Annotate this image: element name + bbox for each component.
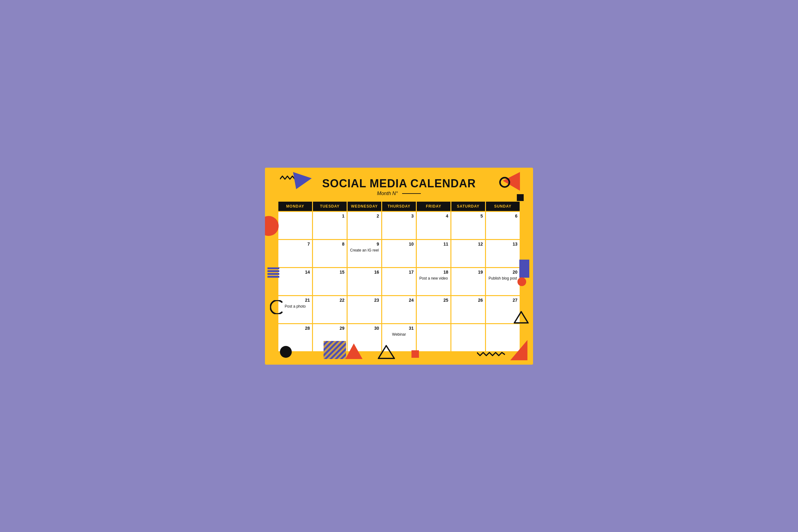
calendar-subtitle: Month N° [278, 191, 520, 196]
calendar-header-row: MONDAY TUESDAY WEDNESDAY THURSDAY FRIDAY… [278, 201, 520, 211]
calendar-cell[interactable]: 4 [416, 211, 451, 239]
calendar-cell[interactable]: 18Post a new video [416, 267, 451, 296]
day-number: 4 [419, 213, 448, 218]
col-wednesday: WEDNESDAY [347, 201, 382, 211]
col-thursday: THURSDAY [382, 201, 416, 211]
day-number: 8 [315, 242, 344, 247]
day-number: 16 [350, 270, 379, 274]
calendar-cell[interactable]: 29 [313, 323, 347, 352]
day-number: 15 [315, 270, 344, 274]
calendar-cell[interactable]: 13 [486, 239, 520, 267]
calendar-cell[interactable]: 28 [278, 323, 313, 352]
day-number: 2 [350, 213, 379, 218]
calendar-cell[interactable]: 8 [313, 239, 347, 267]
col-tuesday: TUESDAY [313, 201, 347, 211]
calendar-cell[interactable] [416, 323, 451, 352]
calendar-cell[interactable]: 20Publish blog post [486, 267, 520, 296]
calendar-week-row: 123456 [278, 211, 520, 239]
calendar-cell[interactable]: 31Webinar [382, 323, 416, 352]
day-number: 7 [281, 242, 310, 247]
calendar-cell[interactable]: 11 [416, 239, 451, 267]
calendar-cell[interactable]: 7 [278, 239, 313, 267]
day-number: 1 [315, 213, 344, 218]
day-number: 23 [350, 298, 379, 303]
day-number: 11 [419, 242, 448, 247]
calendar-cell[interactable]: 22 [313, 296, 347, 323]
day-number: 26 [454, 298, 483, 303]
subtitle-line [402, 193, 421, 194]
day-number: 27 [488, 298, 517, 303]
svg-point-4 [265, 216, 279, 236]
calendar-cell[interactable] [486, 323, 520, 352]
day-number: 31 [384, 326, 414, 331]
calendar-week-row: 789Create an IG reel10111213 [278, 239, 520, 267]
day-number: 21 [281, 298, 310, 303]
day-number: 30 [350, 326, 379, 331]
calendar-cell[interactable]: 1 [313, 211, 347, 239]
calendar-cell[interactable]: 26 [451, 296, 486, 323]
calendar-title: SOCIAL MEDIA CALENDAR [278, 177, 520, 190]
calendar-week-row: 28293031Webinar [278, 323, 520, 352]
day-number: 12 [454, 242, 483, 247]
calendar-cell[interactable]: 16 [347, 267, 382, 296]
day-number: 22 [315, 298, 344, 303]
calendar-subtitle-text: Month N° [377, 191, 398, 196]
calendar-cell[interactable]: 6 [486, 211, 520, 239]
calendar-grid: MONDAY TUESDAY WEDNESDAY THURSDAY FRIDAY… [278, 201, 520, 352]
calendar-cell[interactable]: 23 [347, 296, 382, 323]
day-number: 6 [488, 213, 517, 218]
day-number: 9 [350, 242, 379, 247]
col-sunday: SUNDAY [486, 201, 520, 211]
day-event: Create an IG reel [350, 248, 379, 253]
day-number: 29 [315, 326, 344, 331]
svg-rect-9 [519, 260, 529, 278]
calendar-cell[interactable]: 12 [451, 239, 486, 267]
day-event: Publish blog post [488, 276, 517, 281]
day-number: 17 [384, 270, 414, 274]
calendar-cell[interactable]: 15 [313, 267, 347, 296]
calendar-cell[interactable]: 10 [382, 239, 416, 267]
calendar-cell[interactable]: 24 [382, 296, 416, 323]
calendar-cell[interactable]: 30 [347, 323, 382, 352]
calendar-week-row: 21Post a photo222324252627 [278, 296, 520, 323]
day-event: Post a photo [281, 304, 310, 309]
day-number: 3 [384, 213, 414, 218]
day-number: 5 [454, 213, 483, 218]
day-number: 10 [384, 242, 414, 247]
calendar-cell[interactable]: 14 [278, 267, 313, 296]
calendar-cell[interactable]: 3 [382, 211, 416, 239]
calendar-cell[interactable]: 17 [382, 267, 416, 296]
col-monday: MONDAY [278, 201, 313, 211]
day-event: Webinar [384, 332, 414, 337]
calendar-cell[interactable]: 9Create an IG reel [347, 239, 382, 267]
calendar-cell[interactable]: 27 [486, 296, 520, 323]
col-saturday: SATURDAY [451, 201, 486, 211]
day-number: 20 [488, 270, 517, 274]
rect-blue-right-icon [519, 260, 529, 278]
day-number: 28 [281, 326, 310, 331]
calendar-cell[interactable]: 2 [347, 211, 382, 239]
circle-red-left-icon [265, 216, 279, 236]
calendar-cell[interactable] [451, 323, 486, 352]
day-number: 24 [384, 298, 414, 303]
calendar-cell[interactable]: 25 [416, 296, 451, 323]
day-number: 18 [419, 270, 448, 274]
calendar-week-row: 1415161718Post a new video1920Publish bl… [278, 267, 520, 296]
calendar-container: SOCIAL MEDIA CALENDAR Month N° MONDAY TU… [265, 168, 533, 365]
calendar-cell[interactable] [278, 211, 313, 239]
calendar-cell[interactable]: 5 [451, 211, 486, 239]
calendar-cell[interactable]: 19 [451, 267, 486, 296]
day-number: 25 [419, 298, 448, 303]
col-friday: FRIDAY [416, 201, 451, 211]
day-event: Post a new video [419, 276, 448, 281]
calendar-cell[interactable]: 21Post a photo [278, 296, 313, 323]
calendar-header: SOCIAL MEDIA CALENDAR Month N° [278, 177, 520, 196]
day-number: 13 [488, 242, 517, 247]
day-number: 19 [454, 270, 483, 274]
day-number: 14 [281, 270, 310, 274]
